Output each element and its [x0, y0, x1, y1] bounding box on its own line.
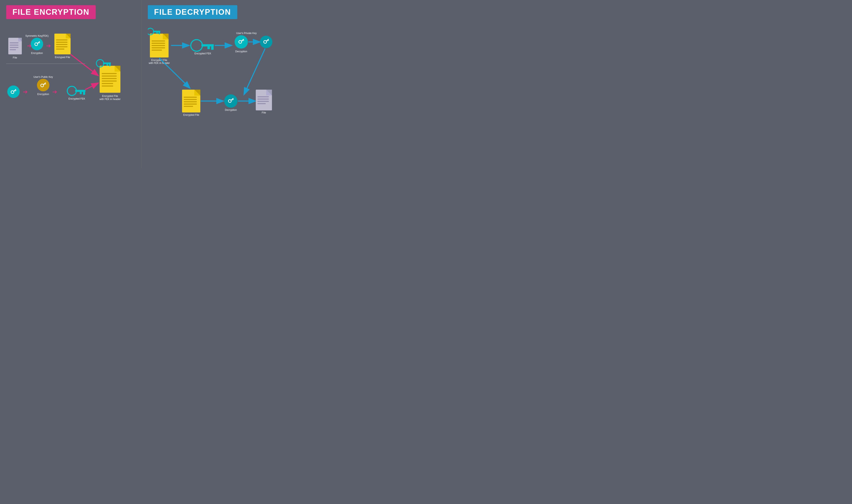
svg-rect-35	[102, 75, 117, 76]
svg-rect-18	[56, 49, 64, 50]
svg-rect-61	[207, 47, 210, 49]
file-label: File	[13, 56, 17, 59]
enc-fek-label: Encrypted FEK	[195, 52, 211, 55]
svg-rect-48	[152, 40, 165, 41]
sym-key-label: Symmetric Key(FEK)	[25, 34, 49, 37]
svg-rect-4	[10, 44, 18, 46]
svg-rect-37	[102, 80, 117, 82]
svg-rect-15	[56, 42, 68, 43]
final-file-label: File	[262, 111, 266, 114]
enc-file-bottom-label: Encrypted File	[183, 113, 199, 116]
diag-arrow-down-2	[244, 49, 265, 94]
dec-circle-bottom	[224, 94, 237, 108]
arrow-enc-4: ➔	[52, 89, 57, 95]
svg-rect-39	[102, 86, 113, 87]
svg-text:with FEK in header: with FEK in header	[148, 61, 170, 65]
svg-rect-77	[184, 106, 193, 107]
svg-rect-5	[10, 47, 18, 48]
diag-arrow-bottom	[85, 84, 97, 90]
svg-rect-73	[184, 97, 197, 98]
svg-rect-85	[258, 96, 269, 97]
svg-rect-51	[152, 47, 165, 48]
combined-doc: Encrypted File with FEK in header	[96, 59, 121, 101]
arrow-enc-2: ➔	[46, 42, 51, 49]
svg-rect-42	[109, 64, 111, 66]
svg-rect-6	[10, 49, 16, 50]
svg-rect-34	[102, 73, 117, 74]
encryption-label-top: Encryption	[31, 52, 43, 55]
svg-rect-59	[201, 44, 214, 47]
diag-arrow-down	[159, 58, 189, 88]
svg-rect-16	[56, 44, 68, 45]
svg-rect-49	[152, 43, 165, 44]
encryption-diagram: File ➔ Symmetric Key(FEK) Encryption ➔	[6, 25, 135, 150]
decryption-title: FILE DECRYPTION	[154, 8, 231, 17]
page-wrapper: FILE ENCRYPTION File ➔ Symmet	[0, 0, 284, 168]
svg-rect-17	[56, 46, 68, 47]
arrow-enc-3: ➔	[23, 89, 28, 95]
dec-result-circle	[260, 36, 272, 48]
svg-rect-88	[258, 103, 266, 104]
svg-rect-52	[152, 50, 162, 51]
file-doc: File	[8, 38, 22, 59]
svg-rect-29	[83, 92, 85, 95]
enc-fek-key: Encrypted FEK	[191, 40, 214, 55]
svg-rect-14	[56, 39, 68, 40]
svg-rect-28	[75, 90, 86, 92]
left-panel: FILE ENCRYPTION File ➔ Symmet	[0, 0, 141, 168]
enc-file-with-fek: Encrypted File with FEK in header	[148, 28, 170, 65]
svg-rect-75	[184, 101, 197, 102]
svg-rect-86	[258, 98, 269, 100]
diag-arrow-top	[71, 54, 97, 75]
svg-rect-76	[184, 104, 197, 105]
svg-rect-54	[153, 31, 160, 32]
enc-file-bottom: Encrypted File	[182, 90, 200, 116]
svg-point-58	[191, 40, 202, 51]
encryption-title-banner: FILE ENCRYPTION	[6, 5, 96, 19]
svg-rect-55	[159, 32, 160, 34]
final-file-doc: File	[256, 90, 272, 114]
svg-rect-74	[184, 99, 197, 100]
svg-rect-87	[258, 101, 269, 102]
svg-text:with FEK in header: with FEK in header	[99, 98, 120, 101]
sym-key-circle	[31, 38, 43, 50]
svg-rect-38	[102, 83, 113, 84]
svg-rect-3	[10, 42, 18, 43]
svg-rect-56	[156, 32, 158, 34]
svg-rect-43	[107, 64, 108, 66]
priv-key-label: User's Private Key	[236, 32, 256, 35]
combined-doc-label: Encrypted File	[102, 95, 118, 97]
encrypted-file-label: Encryped File	[55, 56, 70, 59]
encrypted-file-doc: Encryped File	[54, 34, 71, 59]
right-panel: FILE DECRYPTION	[141, 0, 284, 168]
svg-rect-50	[152, 45, 165, 46]
enc-file-fek-label: Encrypted File	[152, 59, 167, 61]
decryption-label-bottom: Decryption	[225, 109, 237, 111]
priv-key-circle	[235, 35, 248, 49]
svg-rect-41	[103, 62, 111, 64]
decryption-diagram: Encrypted File with FEK in header Encryp…	[148, 25, 284, 150]
encrypted-fek-key: Encrypted FEK	[67, 86, 86, 100]
pub-key-label: User's Public Key	[33, 75, 53, 78]
svg-rect-30	[80, 92, 82, 94]
encryption-label-bottom: Encryption	[37, 93, 49, 96]
decryption-title-banner: FILE DECRYPTION	[148, 5, 237, 19]
svg-rect-36	[102, 78, 117, 79]
encryption-title: FILE ENCRYPTION	[13, 8, 89, 17]
decryption-label-top: Decryption	[235, 50, 247, 53]
svg-rect-60	[211, 47, 214, 50]
svg-point-27	[67, 86, 76, 95]
encrypted-fek-label-bottom: Encrypted FEK	[69, 97, 85, 100]
